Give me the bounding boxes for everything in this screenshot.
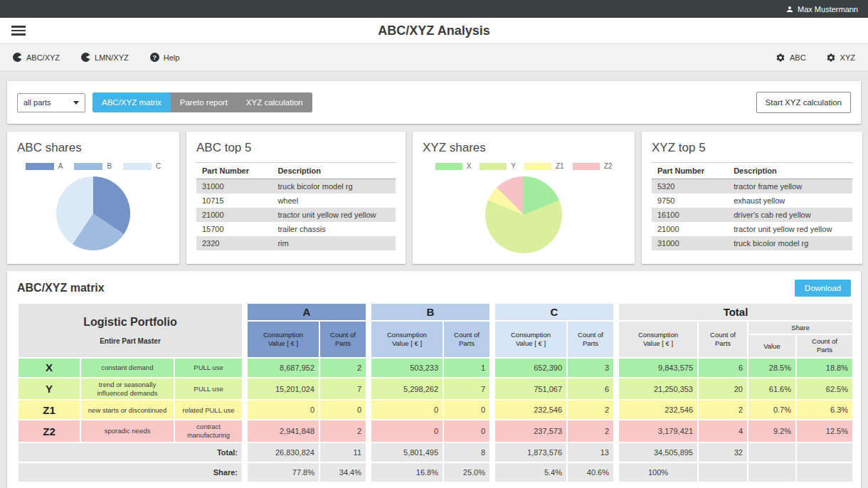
- part-description: tractor unit yellow red yellow: [728, 222, 852, 236]
- part-description: tractor frame yellow: [728, 179, 852, 194]
- matrix-cell: [748, 442, 796, 462]
- part-description: trailer chassis: [272, 222, 396, 236]
- toolbar-item-xyz-settings[interactable]: XYZ: [826, 53, 855, 63]
- row-demand: trend or seasonally influenced demands: [80, 378, 174, 401]
- group-header-c: C: [494, 303, 614, 321]
- table-row: 31000truck bicolor model rg: [196, 179, 396, 194]
- legend-item: Z1: [524, 162, 564, 170]
- abcxyz-matrix-table: Logistic Portfolio Entire Part Master A …: [17, 302, 854, 483]
- table-row: 2320rim: [196, 236, 396, 250]
- matrix-cell: 15,201,024: [247, 378, 319, 401]
- toolbar-item-lmnxyz-label: LMN/XYZ: [95, 53, 129, 62]
- matrix-cell: 1,873,576: [494, 442, 567, 462]
- matrix-cell: 237,573: [494, 420, 567, 442]
- abc-pie-legend: A B C: [17, 162, 169, 170]
- tab-abcxyz-matrix[interactable]: ABC/XYZ matrix: [92, 92, 171, 112]
- user-name: Max Mustermann: [798, 5, 858, 14]
- col-header-consumption: Consumption Value [ € ]: [371, 321, 443, 358]
- toolbar-item-lmnxyz[interactable]: LMN/XYZ: [81, 53, 129, 62]
- matrix-cell: 3,179,421: [618, 420, 698, 442]
- matrix-cell: 4: [698, 420, 748, 442]
- matrix-cell: 5,801,495: [371, 442, 443, 462]
- col-header-consumption: Consumption Value [ € ]: [494, 321, 567, 358]
- part-number: 21000: [652, 222, 728, 236]
- panel-title: ABC shares: [17, 141, 169, 155]
- matrix-row-z1: Z1 new starts or discontinued related PU…: [18, 400, 853, 420]
- app-header: ABC/XYZ Analysis: [0, 18, 868, 44]
- matrix-cell: 0: [247, 400, 319, 420]
- parts-dropdown-value: all parts: [23, 98, 51, 107]
- column-header: Description: [728, 163, 852, 179]
- matrix-cell: 32: [698, 442, 748, 462]
- col-header-share-value: Value: [748, 334, 796, 358]
- col-header-share-count: Count of Parts: [796, 334, 853, 358]
- tab-xyz-calculation[interactable]: XYZ calculation: [237, 92, 312, 112]
- matrix-cell: 2: [567, 420, 614, 442]
- part-description: rim: [272, 236, 396, 250]
- toolbar-item-help[interactable]: ? Help: [150, 53, 180, 62]
- row-key: X: [18, 358, 80, 378]
- part-number: 5320: [652, 179, 728, 194]
- part-number: 2320: [196, 236, 272, 250]
- matrix-cell: [698, 462, 748, 482]
- abc-top5-table: Part Number Description 31000truck bicol…: [196, 162, 396, 250]
- page-content: all parts ABC/XYZ matrix Pareto report X…: [0, 71, 868, 488]
- matrix-cell: 28.5%: [748, 358, 796, 378]
- matrix-cell: 34.4%: [319, 462, 366, 482]
- menu-icon[interactable]: [11, 23, 26, 38]
- parts-dropdown[interactable]: all parts: [17, 93, 85, 112]
- xyz-shares-panel: XYZ shares X Y Z1 Z2: [413, 132, 635, 264]
- start-xyz-calculation-button[interactable]: Start XYZ calculation: [756, 92, 851, 113]
- tab-pareto-report[interactable]: Pareto report: [171, 92, 237, 112]
- table-row: 15700trailer chassis: [196, 222, 396, 236]
- page-title: ABC/XYZ Analysis: [0, 23, 868, 38]
- matrix-cell: 61.6%: [748, 378, 796, 401]
- matrix-title: ABC/XYZ matrix: [17, 282, 105, 295]
- matrix-cell: 232,546: [494, 400, 567, 420]
- row-key: Z2: [18, 420, 80, 442]
- panel-title: XYZ shares: [423, 141, 625, 155]
- matrix-cell: 232,546: [618, 400, 698, 420]
- matrix-cell: 5,298,262: [371, 378, 443, 401]
- col-header-count: Count of Parts: [567, 321, 614, 358]
- matrix-cell: 0: [319, 400, 366, 420]
- toolbar-item-abcxyz[interactable]: ABC/XYZ: [13, 53, 60, 62]
- matrix-cell: 0: [371, 420, 443, 442]
- pie-chart-icon: [13, 53, 22, 62]
- matrix-cell: 40.6%: [567, 462, 614, 482]
- col-header-count: Count of Parts: [443, 321, 490, 358]
- part-number: 10715: [196, 193, 272, 208]
- user-menu[interactable]: Max Mustermann: [785, 5, 858, 14]
- panels-row: ABC shares A B C ABC top 5: [7, 132, 861, 264]
- user-icon: [785, 5, 794, 14]
- part-number: 15700: [196, 222, 272, 236]
- part-number: 21000: [196, 208, 272, 222]
- legend-label: Z1: [556, 162, 564, 170]
- gear-icon: [826, 53, 836, 63]
- matrix-cell: 8: [443, 442, 490, 462]
- matrix-cell: 2,941,848: [247, 420, 319, 442]
- group-header-total: Total: [618, 303, 853, 321]
- matrix-cell: 77.8%: [247, 462, 319, 482]
- xyz-top5-panel: XYZ top 5 Part Number Description 5320tr…: [642, 132, 862, 264]
- download-button[interactable]: Download: [795, 280, 851, 297]
- toolbar-item-help-label: Help: [164, 53, 180, 62]
- matrix-cell: 7: [443, 378, 490, 401]
- matrix-cell: 2: [319, 420, 366, 442]
- legend-swatch: [123, 163, 152, 170]
- group-header-a: A: [247, 303, 366, 321]
- matrix-cell: 20: [698, 378, 748, 401]
- total-row-label: Total:: [18, 442, 243, 462]
- toolbar-item-abc-settings[interactable]: ABC: [776, 53, 806, 63]
- part-number: 31000: [652, 236, 728, 250]
- legend-label: B: [107, 162, 112, 170]
- legend-item: C: [123, 162, 161, 170]
- matrix-cell: 7: [319, 378, 366, 401]
- table-row: 9750exhaust yellow: [652, 193, 852, 208]
- matrix-cell: 652,390: [494, 358, 567, 378]
- legend-swatch: [435, 163, 462, 170]
- legend-label: X: [467, 162, 472, 170]
- top-bar: Max Mustermann: [0, 0, 868, 18]
- matrix-share-row: Share: 77.8% 34.4% 16.8% 25.0% 5.4% 40.6…: [18, 462, 853, 482]
- table-row: 5320tractor frame yellow: [652, 179, 852, 194]
